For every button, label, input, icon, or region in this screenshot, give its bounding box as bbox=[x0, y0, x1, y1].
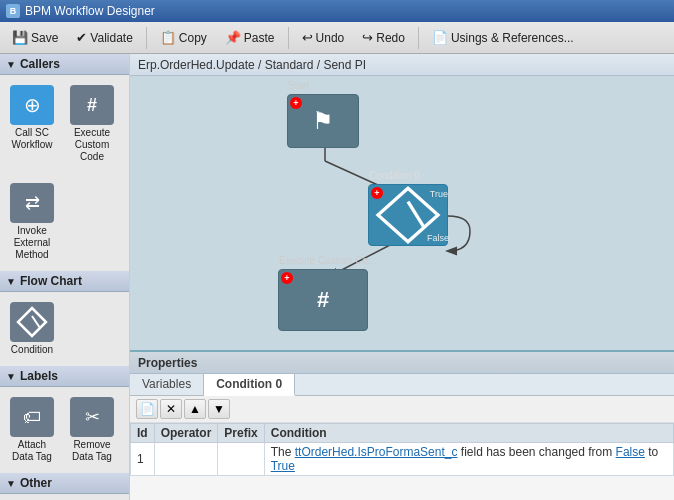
condition-link-field[interactable]: ttOrderHed.IsProFormaSent_c bbox=[295, 445, 458, 459]
usings-icon: 📄 bbox=[432, 30, 448, 45]
labels-arrow-icon: ▼ bbox=[6, 371, 16, 382]
main-area: ▼ Callers ⊕ Call SCWorkflow # ExecuteCus… bbox=[0, 54, 674, 500]
cell-operator bbox=[154, 443, 218, 476]
execute-custom-node-plus[interactable]: + bbox=[281, 272, 293, 284]
condition0-node[interactable]: + Condition 0 True False bbox=[368, 184, 448, 246]
sidebar-section-other[interactable]: ▼ Other bbox=[0, 473, 129, 494]
cell-condition: The ttOrderHed.IsProFormaSent_c field ha… bbox=[264, 443, 673, 476]
flowchart-arrow-icon: ▼ bbox=[6, 276, 16, 287]
condition0-false-label: False bbox=[427, 233, 449, 243]
remove-data-tag-icon: ✂ bbox=[70, 397, 114, 437]
sidebar-item-call-sc-workflow[interactable]: ⊕ Call SCWorkflow bbox=[4, 81, 60, 167]
sidebar-item-invoke-external[interactable]: ⇄ InvokeExternalMethod bbox=[4, 179, 60, 265]
sidebar-item-condition[interactable]: Condition bbox=[4, 298, 60, 360]
cell-prefix bbox=[218, 443, 264, 476]
sidebar: ▼ Callers ⊕ Call SCWorkflow # ExecuteCus… bbox=[0, 54, 130, 500]
condition0-true-label: True bbox=[430, 189, 448, 199]
toolbar-separator-1 bbox=[146, 27, 147, 49]
copy-icon: 📋 bbox=[160, 30, 176, 45]
undo-button[interactable]: ↩ Undo bbox=[294, 26, 353, 49]
sidebar-section-flowchart[interactable]: ▼ Flow Chart bbox=[0, 271, 129, 292]
col-id: Id bbox=[131, 424, 155, 443]
condition-icon bbox=[10, 302, 54, 342]
other-arrow-icon: ▼ bbox=[6, 478, 16, 489]
paste-button[interactable]: 📌 Paste bbox=[217, 26, 283, 49]
execute-custom-code-icon: # bbox=[70, 85, 114, 125]
execute-custom-label: Execute Custom Co... bbox=[279, 255, 376, 266]
toolbar-separator-2 bbox=[288, 27, 289, 49]
invoke-external-label: InvokeExternalMethod bbox=[14, 225, 51, 261]
app-icon: B bbox=[6, 4, 20, 18]
breadcrumb: Erp.OrderHed.Update / Standard / Send PI bbox=[130, 54, 674, 76]
properties-tabs: Variables Condition 0 bbox=[130, 374, 674, 396]
prop-doc-button[interactable]: 📄 bbox=[136, 399, 158, 419]
tab-condition0[interactable]: Condition 0 bbox=[204, 374, 295, 396]
toolbar: 💾 Save ✔ Validate 📋 Copy 📌 Paste ↩ Undo … bbox=[0, 22, 674, 54]
attach-data-tag-label: AttachData Tag bbox=[12, 439, 52, 463]
save-button[interactable]: 💾 Save bbox=[4, 26, 66, 49]
usings-button[interactable]: 📄 Usings & References... bbox=[424, 26, 582, 49]
redo-icon: ↪ bbox=[362, 30, 373, 45]
sidebar-section-labels[interactable]: ▼ Labels bbox=[0, 366, 129, 387]
canvas[interactable]: + ⚑ Start + Condition 0 True False + # E… bbox=[130, 76, 674, 350]
start-flag-icon: ⚑ bbox=[312, 107, 334, 135]
col-prefix: Prefix bbox=[218, 424, 264, 443]
paste-icon: 📌 bbox=[225, 30, 241, 45]
cell-id: 1 bbox=[131, 443, 155, 476]
properties-panel: Properties Variables Condition 0 📄 ✕ ▲ ▼ bbox=[130, 350, 674, 500]
redo-button[interactable]: ↪ Redo bbox=[354, 26, 413, 49]
svg-marker-0 bbox=[18, 308, 46, 336]
col-condition: Condition bbox=[264, 424, 673, 443]
callers-items-2: ⇄ InvokeExternalMethod bbox=[0, 173, 129, 271]
condition0-node-plus[interactable]: + bbox=[371, 187, 383, 199]
start-node[interactable]: + ⚑ Start bbox=[287, 94, 359, 148]
call-sc-workflow-icon: ⊕ bbox=[10, 85, 54, 125]
start-label: Start bbox=[288, 80, 309, 91]
invoke-external-icon: ⇄ bbox=[10, 183, 54, 223]
condition0-label: Condition 0 bbox=[369, 170, 420, 181]
save-icon: 💾 bbox=[12, 30, 28, 45]
copy-button[interactable]: 📋 Copy bbox=[152, 26, 215, 49]
toolbar-separator-3 bbox=[418, 27, 419, 49]
validate-icon: ✔ bbox=[76, 30, 87, 45]
prop-up-button[interactable]: ▲ bbox=[184, 399, 206, 419]
sidebar-section-callers[interactable]: ▼ Callers bbox=[0, 54, 129, 75]
execute-custom-hash-icon: # bbox=[317, 287, 329, 313]
properties-table: Id Operator Prefix Condition 1 The bbox=[130, 423, 674, 500]
canvas-area: Erp.OrderHed.Update / Standard / Send PI bbox=[130, 54, 674, 500]
callers-items: ⊕ Call SCWorkflow # ExecuteCustomCode bbox=[0, 75, 129, 173]
sidebar-item-execute-custom-code[interactable]: # ExecuteCustomCode bbox=[64, 81, 120, 167]
properties-header: Properties bbox=[130, 352, 674, 374]
execute-custom-code-label: ExecuteCustomCode bbox=[74, 127, 110, 163]
flowchart-items: Condition bbox=[0, 292, 129, 366]
undo-icon: ↩ bbox=[302, 30, 313, 45]
other-items: ⬛ bbox=[0, 494, 129, 500]
execute-custom-node[interactable]: + # Execute Custom Co... bbox=[278, 269, 368, 331]
validate-button[interactable]: ✔ Validate bbox=[68, 26, 140, 49]
condition-link-true[interactable]: True bbox=[271, 459, 295, 473]
prop-delete-button[interactable]: ✕ bbox=[160, 399, 182, 419]
call-sc-workflow-label: Call SCWorkflow bbox=[12, 127, 53, 151]
properties-toolbar: 📄 ✕ ▲ ▼ bbox=[130, 396, 674, 423]
titlebar: B BPM Workflow Designer bbox=[0, 0, 674, 22]
prop-down-button[interactable]: ▼ bbox=[208, 399, 230, 419]
col-operator: Operator bbox=[154, 424, 218, 443]
condition-text-to: to bbox=[648, 445, 658, 459]
labels-items: 🏷 AttachData Tag ✂ RemoveData Tag bbox=[0, 387, 129, 473]
condition-text-changed: field has been changed from bbox=[461, 445, 616, 459]
table-row: 1 The ttOrderHed.IsProFormaSent_c field … bbox=[131, 443, 674, 476]
condition-text-the: The bbox=[271, 445, 295, 459]
callers-arrow-icon: ▼ bbox=[6, 59, 16, 70]
sidebar-item-attach-data-tag[interactable]: 🏷 AttachData Tag bbox=[4, 393, 60, 467]
condition-label: Condition bbox=[11, 344, 53, 356]
remove-data-tag-label: RemoveData Tag bbox=[72, 439, 112, 463]
svg-line-1 bbox=[32, 316, 40, 328]
sidebar-item-remove-data-tag[interactable]: ✂ RemoveData Tag bbox=[64, 393, 120, 467]
start-node-plus[interactable]: + bbox=[290, 97, 302, 109]
tab-variables[interactable]: Variables bbox=[130, 374, 204, 395]
condition-link-false[interactable]: False bbox=[616, 445, 645, 459]
attach-data-tag-icon: 🏷 bbox=[10, 397, 54, 437]
condition-table: Id Operator Prefix Condition 1 The bbox=[130, 423, 674, 476]
svg-line-6 bbox=[408, 202, 425, 229]
title-text: BPM Workflow Designer bbox=[25, 4, 155, 18]
